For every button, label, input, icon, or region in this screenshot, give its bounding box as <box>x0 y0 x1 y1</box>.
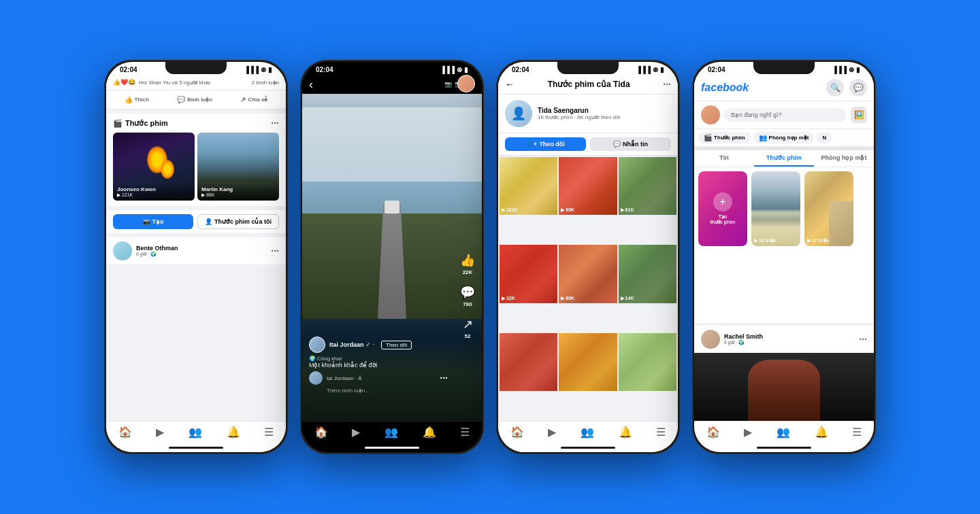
signal-icons-2: ▐▐▐ ⊛ ▮ <box>440 66 468 73</box>
video-thumb-3-2[interactable]: ▶ 90K <box>559 157 617 243</box>
video-author-2: Martin Kang <box>201 186 275 192</box>
share-btn[interactable]: ↗ Chia sẻ <box>236 93 272 106</box>
user-avatar-4 <box>701 105 720 124</box>
menu-nav-3[interactable]: ☰ <box>656 426 666 439</box>
header-icons: 🔍 💬 <box>826 79 867 97</box>
back-btn-2[interactable]: ‹ <box>309 78 313 92</box>
my-reels-btn[interactable]: 👤 Thước phim của tôi <box>197 214 279 229</box>
menu-nav-2[interactable]: ☰ <box>460 426 470 439</box>
reels-feed-4: + Tạothước phim ▶ 12 triệu <box>694 167 874 323</box>
home-indicator-4 <box>694 443 874 452</box>
reels-video[interactable]: 👍 22K 💬 780 ↗ 52 <box>302 94 482 421</box>
video-nav-3[interactable]: ▶ <box>548 426 556 439</box>
share-action[interactable]: ↗ 52 <box>463 317 473 339</box>
video-thumb-3-6[interactable]: ▶ 14K <box>619 245 676 331</box>
reels-visual <box>302 107 482 319</box>
bell-nav-2[interactable]: 🔔 <box>423 426 436 439</box>
more-quick-btn[interactable]: N <box>817 132 832 143</box>
reel-card-2[interactable]: ▶ 12 triệu <box>751 171 800 319</box>
groups-nav-4[interactable]: 👥 <box>777 426 790 439</box>
more-options-reels[interactable]: ··· <box>440 373 448 383</box>
thumb-views-3-6: ▶ 14K <box>621 296 634 301</box>
user-avatar-2[interactable] <box>457 75 475 92</box>
reel-create-inner: + Tạothước phim <box>698 171 747 246</box>
post-name-4: Rachel Smith <box>724 333 763 340</box>
tab-reels[interactable]: Thước phim <box>754 150 814 167</box>
thumb-inner-3-2: ▶ 90K <box>559 157 617 215</box>
reaction-emojis: 👍❤️😂 Hoi Shan Yiu và 5 người khác <box>113 79 211 86</box>
video-thumb-3-1[interactable]: ▶ 121K <box>500 157 557 243</box>
reel-create-card[interactable]: + Tạothước phim <box>698 171 747 319</box>
back-btn-3[interactable]: ← <box>505 79 514 90</box>
home-nav-1[interactable]: 🏠 <box>118 426 132 439</box>
bell-nav-1[interactable]: 🔔 <box>227 426 240 439</box>
video-thumb-2[interactable]: Martin Kang ▶ 88K <box>197 133 279 201</box>
follow-btn-reels[interactable]: Theo dõi <box>381 341 412 349</box>
comment-btn[interactable]: 💬 Bình luận <box>173 93 216 106</box>
home-nav-3[interactable]: 🏠 <box>510 426 524 439</box>
bottom-nav-3: 🏠 ▶ 👥 🔔 ☰ <box>498 421 678 443</box>
wifi-icon: ⊛ <box>261 66 266 73</box>
more-options-btn[interactable]: ··· <box>271 118 279 128</box>
fb-header: facebook 🔍 💬 <box>694 75 874 101</box>
video-thumb-3-4[interactable]: ▶ 12K <box>500 245 557 331</box>
video-thumb-3-7[interactable] <box>500 333 557 419</box>
bottom-nav-1: 🏠 ▶ 👥 🔔 ☰ <box>106 421 286 443</box>
add-photo-btn[interactable]: 🖼️ <box>851 107 867 123</box>
status-bar-3: 02:04 ▐▐▐ ⊛ ▮ <box>498 62 678 75</box>
thumb-inner-3-6: ▶ 14K <box>619 245 676 303</box>
video-nav-1[interactable]: ▶ <box>156 426 164 439</box>
reel-card-3[interactable]: ▶ 12 triệu <box>804 171 853 319</box>
story-bar: Bạn đang nghĩ gì? 🖼️ <box>694 101 874 129</box>
rooms-quick-btn[interactable]: 👥 Phòng họp mặt <box>753 132 815 143</box>
home-nav-4[interactable]: 🏠 <box>706 426 720 439</box>
home-nav-2[interactable]: 🏠 <box>314 426 328 439</box>
like-btn[interactable]: 👍 Thích <box>120 93 153 106</box>
thumb-bg-3-9 <box>619 333 676 391</box>
bell-nav-3[interactable]: 🔔 <box>619 426 632 439</box>
menu-nav-4[interactable]: ☰ <box>852 426 862 439</box>
signal-icons-1: ▐▐▐ ⊛ ▮ <box>244 66 272 73</box>
profile-info-row: 👤 Tida Saengarun 16 thước phim · 6K ngườ… <box>498 95 678 133</box>
what-thinking-input[interactable]: Bạn đang nghĩ gì? <box>724 108 847 122</box>
follow-btn-3[interactable]: 👤+ Theo dõi <box>505 137 586 151</box>
phone-2-screen: 02:04 ▐▐▐ ⊛ ▮ ‹ 📷 📷 Tạo <box>302 62 482 452</box>
reels-quick-btn[interactable]: 🎬 Thước phim <box>698 132 751 143</box>
create-video-btn[interactable]: 📷 Tạo <box>113 214 193 229</box>
comment-input-reels[interactable]: Thêm bình luận... <box>309 388 448 394</box>
reels-comment-row: tai Jordaan · Â ··· <box>309 371 448 385</box>
message-btn-3[interactable]: 💬 Nhắn tin <box>590 137 671 151</box>
post-more-btn-4[interactable]: ··· <box>859 334 867 345</box>
groups-nav-2[interactable]: 👥 <box>385 426 398 439</box>
post-more-btn[interactable]: ··· <box>271 245 279 256</box>
time-1: 02:04 <box>120 66 137 73</box>
groups-nav-3[interactable]: 👥 <box>581 426 594 439</box>
menu-nav-1[interactable]: ☰ <box>264 426 274 439</box>
tab-rooms[interactable]: Phòng họp mặt <box>814 150 874 167</box>
phone-1-screen: 02:04 ▐▐▐ ⊛ ▮ 👍❤️😂 Hoi Shan Yiu và 5 ngư… <box>106 62 286 452</box>
profile-actions: 👤+ Theo dõi 💬 Nhắn tin <box>498 133 678 156</box>
video-thumb-3-3[interactable]: ▶ 81K <box>619 157 676 243</box>
thumb-inner-3-7 <box>500 333 557 391</box>
thumb-bg-3-8 <box>559 333 617 391</box>
video-nav-4[interactable]: ▶ <box>744 426 752 439</box>
section-header-1: 🎬 Thước phim ··· <box>106 114 286 133</box>
bell-nav-4[interactable]: 🔔 <box>815 426 828 439</box>
comment-action[interactable]: 💬 780 <box>460 285 475 307</box>
wifi-icon-3: ⊛ <box>653 66 658 73</box>
messenger-btn-4[interactable]: 💬 <box>849 79 867 97</box>
like-emoji: 👍❤️😂 <box>113 79 135 86</box>
video-thumb-1[interactable]: Joonseo Kwon ▶ 121K <box>113 133 195 201</box>
video-nav-2[interactable]: ▶ <box>352 426 360 439</box>
video-thumb-3-9[interactable] <box>619 333 676 419</box>
video-thumb-3-5[interactable]: ▶ 80K <box>559 245 617 331</box>
profile-more-btn[interactable]: ··· <box>663 79 671 90</box>
groups-nav-1[interactable]: 👥 <box>189 426 202 439</box>
phone-3-screen: 02:04 ▐▐▐ ⊛ ▮ ← Thước phim của Tida ··· … <box>498 62 678 452</box>
video-views-2: ▶ 88K <box>201 192 275 198</box>
video-thumb-3-8[interactable] <box>559 333 617 419</box>
search-btn-4[interactable]: 🔍 <box>826 79 844 97</box>
comment-label: Bình luận <box>187 97 212 103</box>
like-action[interactable]: 👍 22K <box>460 253 475 275</box>
tab-tin[interactable]: Tin <box>694 150 754 167</box>
